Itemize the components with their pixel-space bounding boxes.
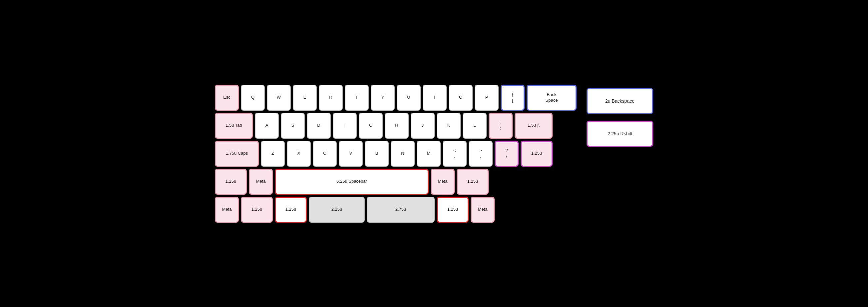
key-spacebar[interactable]: 6.25u Spacebar bbox=[275, 169, 429, 195]
key-comma[interactable]: <, bbox=[443, 141, 467, 167]
key-caps[interactable]: 1.75u Caps bbox=[215, 141, 259, 167]
key-n[interactable]: N bbox=[391, 141, 415, 167]
key-lshift125[interactable]: 1.25u bbox=[215, 169, 247, 195]
key-t[interactable]: T bbox=[345, 85, 369, 111]
sidebar: 2u Backspace 2.25u Rshift bbox=[587, 88, 653, 147]
keyboard-main: Esc Q W E R T Y U I O P {[ BackSpace 1.5… bbox=[215, 85, 577, 223]
key-meta-right-row4[interactable]: Meta bbox=[431, 169, 455, 195]
key-meta-left-row4[interactable]: Meta bbox=[249, 169, 273, 195]
row-5: Meta 1.25u 1.25u 2.25u 2.75u 1.25u Meta bbox=[215, 197, 577, 223]
key-meta-right-row5[interactable]: Meta bbox=[471, 197, 495, 223]
key-j[interactable]: J bbox=[411, 113, 435, 139]
row-1: Esc Q W E R T Y U I O P {[ BackSpace bbox=[215, 85, 577, 111]
key-lbrace[interactable]: {[ bbox=[501, 85, 525, 111]
key-rshift125[interactable]: 1.25u bbox=[521, 141, 553, 167]
key-e[interactable]: E bbox=[293, 85, 317, 111]
key-u[interactable]: U bbox=[397, 85, 421, 111]
key-h[interactable]: H bbox=[385, 113, 409, 139]
key-x[interactable]: X bbox=[287, 141, 311, 167]
key-y[interactable]: Y bbox=[371, 85, 395, 111]
key-semicolon[interactable]: :; bbox=[489, 113, 513, 139]
key-mod125-rr-row5[interactable]: 1.25u bbox=[437, 197, 469, 223]
key-z[interactable]: Z bbox=[261, 141, 285, 167]
key-mod225-row5[interactable]: 2.25u bbox=[309, 197, 365, 223]
key-mod125-red-row5[interactable]: 1.25u bbox=[275, 197, 307, 223]
key-slash[interactable]: ?/ bbox=[495, 141, 519, 167]
sidebar-225u-rshift[interactable]: 2.25u Rshift bbox=[587, 121, 653, 147]
key-a[interactable]: A bbox=[255, 113, 279, 139]
key-backslash[interactable]: 1.5u |\ bbox=[515, 113, 553, 139]
key-r[interactable]: R bbox=[319, 85, 343, 111]
key-i[interactable]: I bbox=[423, 85, 447, 111]
row-4: 1.25u Meta 6.25u Spacebar Meta 1.25u bbox=[215, 169, 577, 195]
key-p[interactable]: P bbox=[475, 85, 499, 111]
key-w[interactable]: W bbox=[267, 85, 291, 111]
key-f[interactable]: F bbox=[333, 113, 357, 139]
key-s[interactable]: S bbox=[281, 113, 305, 139]
key-backspace[interactable]: BackSpace bbox=[527, 85, 577, 111]
key-g[interactable]: G bbox=[359, 113, 383, 139]
key-mod275-row5[interactable]: 2.75u bbox=[367, 197, 435, 223]
key-q[interactable]: Q bbox=[241, 85, 265, 111]
key-o[interactable]: O bbox=[448, 85, 473, 111]
key-c[interactable]: C bbox=[313, 141, 337, 167]
key-tab[interactable]: 1.5u Tab bbox=[215, 113, 253, 139]
key-period[interactable]: >. bbox=[469, 141, 493, 167]
key-k[interactable]: K bbox=[437, 113, 461, 139]
key-b[interactable]: B bbox=[365, 141, 389, 167]
key-l[interactable]: L bbox=[463, 113, 487, 139]
key-v[interactable]: V bbox=[339, 141, 363, 167]
key-meta-left-row5[interactable]: Meta bbox=[215, 197, 239, 223]
key-rmod-row4[interactable]: 1.25u bbox=[457, 169, 489, 195]
keyboard-container: Esc Q W E R T Y U I O P {[ BackSpace 1.5… bbox=[208, 78, 660, 229]
key-mod125-left-row5[interactable]: 1.25u bbox=[241, 197, 273, 223]
key-d[interactable]: D bbox=[307, 113, 331, 139]
row-2: 1.5u Tab A S D F G H J K L :; 1.5u |\ bbox=[215, 113, 577, 139]
key-m[interactable]: M bbox=[417, 141, 441, 167]
key-esc[interactable]: Esc bbox=[215, 85, 239, 111]
sidebar-2u-backspace[interactable]: 2u Backspace bbox=[587, 88, 653, 114]
row-3: 1.75u Caps Z X C V B N M <, >. ?/ 1.25u bbox=[215, 141, 577, 167]
